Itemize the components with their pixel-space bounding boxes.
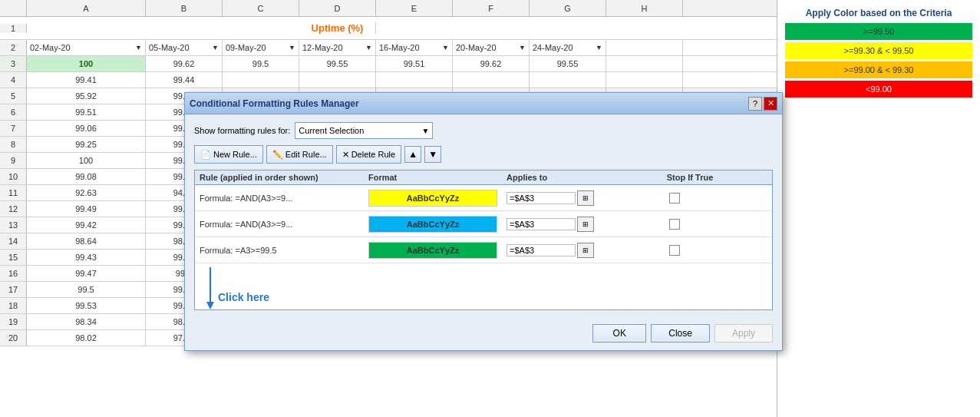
- row-num-2: 2: [0, 40, 27, 55]
- stop-checkbox-2[interactable]: [669, 219, 680, 230]
- cell-h3: [606, 56, 683, 71]
- apply-button[interactable]: Apply: [714, 324, 773, 343]
- format-preview-3: AaBbCcYyZz: [368, 242, 497, 259]
- rules-empty-area: Click here: [195, 263, 772, 309]
- move-down-button[interactable]: ▼: [424, 146, 441, 163]
- dialog-titlebar-buttons: ? ✕: [748, 97, 777, 111]
- col-header-c: C: [223, 0, 299, 16]
- edit-rule-button[interactable]: ✏️ Edit Rule...: [266, 145, 333, 164]
- rule-stop-3: [640, 243, 709, 258]
- rules-table-body: Formula: =AND(A3>=9... AaBbCcYyZz =$A$3 …: [195, 185, 772, 309]
- dropdown-value: Current Selection: [299, 126, 364, 135]
- cell-g2: 24-May-20 ▼: [530, 40, 606, 55]
- dialog-toolbar: 📄 New Rule... ✏️ Edit Rule... ✕ Delete R…: [194, 145, 773, 164]
- row-num-1: 1: [0, 24, 27, 33]
- cell-d3: 99.55: [299, 56, 376, 71]
- cell-d2: 12-May-20 ▼: [299, 40, 376, 55]
- col-header-b: B: [146, 0, 223, 16]
- click-here-arrow: [195, 263, 772, 309]
- color-row-orange: >=99.00 & < 99.30: [785, 61, 972, 78]
- delete-rule-button[interactable]: ✕ Delete Rule: [336, 145, 401, 164]
- ok-button[interactable]: OK: [592, 324, 646, 343]
- rule-format-2: AaBbCcYyZz: [364, 213, 502, 235]
- dialog-footer: OK Close Apply: [185, 318, 782, 350]
- new-rule-button[interactable]: 📄 New Rule...: [194, 145, 263, 164]
- color-row-yellow: >=99.30 & < 99.50: [785, 42, 972, 59]
- ref-button-2[interactable]: ⊞: [577, 217, 594, 232]
- close-button[interactable]: Close: [651, 324, 710, 343]
- format-preview-2: AaBbCcYyZz: [368, 216, 497, 233]
- stop-checkbox-1[interactable]: [669, 193, 680, 204]
- cell-c3: 99.5: [223, 56, 299, 71]
- cell-f3: 99.62: [453, 56, 530, 71]
- rule-format-1: AaBbCcYyZz: [364, 187, 502, 209]
- stop-checkbox-3[interactable]: [669, 245, 680, 256]
- new-rule-icon: 📄: [200, 150, 211, 160]
- rule-applies-2: =$A$3 ⊞: [502, 214, 640, 234]
- col-header-applies-to: Applies to: [502, 170, 655, 184]
- rule-stop-2: [640, 217, 709, 232]
- col-header-g: G: [530, 0, 606, 16]
- show-formatting-row: Show formatting rules for: Current Selec…: [194, 122, 773, 139]
- rules-table: Rule (applied in order shown) Format App…: [194, 170, 773, 310]
- move-up-button[interactable]: ▲: [404, 146, 421, 163]
- dialog-titlebar: Conditional Formatting Rules Manager ? ✕: [185, 93, 782, 114]
- cell-d1: Uptime (%): [299, 22, 376, 34]
- show-formatting-dropdown[interactable]: Current Selection ▼: [295, 122, 433, 139]
- svg-marker-1: [206, 302, 214, 309]
- rule-format-3: AaBbCcYyZz: [364, 240, 502, 261]
- rule-formula-1: Formula: =AND(A3>=9...: [195, 191, 364, 205]
- rule-formula-2: Formula: =AND(A3>=9...: [195, 217, 364, 231]
- cell-f2: 20-May-20 ▼: [453, 40, 530, 55]
- format-preview-1: AaBbCcYyZz: [368, 190, 497, 207]
- rule-row-3: Formula: =A3>=99.5 AaBbCcYyZz =$A$3 ⊞: [195, 237, 772, 263]
- col-header-a: A: [27, 0, 146, 16]
- cell-e3: 99.51: [376, 56, 453, 71]
- dropdown-arrow-icon: ▼: [421, 127, 429, 135]
- col-header-rule: Rule (applied in order shown): [195, 170, 364, 184]
- dialog-body: Show formatting rules for: Current Selec…: [185, 114, 782, 318]
- cell-a3: 100: [27, 56, 146, 71]
- right-panel: Apply Color based on the Criteria >=99.5…: [777, 0, 980, 417]
- col-header-h: H: [606, 0, 683, 16]
- rules-table-header: Rule (applied in order shown) Format App…: [195, 170, 772, 185]
- col-header-stop-if-true: Stop If True: [655, 170, 724, 184]
- ref-button-1[interactable]: ⊞: [577, 190, 594, 206]
- rule-stop-1: [640, 190, 709, 206]
- rule-applies-3: =$A$3 ⊞: [502, 240, 640, 260]
- applies-input-3[interactable]: =$A$3: [506, 244, 576, 256]
- cell-g3: 99.55: [530, 56, 606, 71]
- applies-input-2[interactable]: =$A$3: [506, 218, 576, 230]
- cell-b3: 99.62: [146, 56, 223, 71]
- applies-input-1[interactable]: =$A$3: [506, 192, 576, 204]
- ref-button-3[interactable]: ⊞: [577, 243, 594, 258]
- col-header-format: Format: [364, 170, 502, 184]
- cell-h2: [606, 40, 683, 55]
- col-header-num: [0, 0, 27, 16]
- click-here-text: Click here: [218, 291, 269, 303]
- cell-c2: 09-May-20 ▼: [223, 40, 299, 55]
- conditional-formatting-dialog: Conditional Formatting Rules Manager ? ✕…: [184, 92, 783, 351]
- delete-rule-label: Delete Rule: [351, 150, 395, 159]
- col-header-e: E: [376, 0, 453, 16]
- rule-applies-1: =$A$3 ⊞: [502, 188, 640, 208]
- show-label: Show formatting rules for:: [194, 126, 290, 135]
- new-rule-label: New Rule...: [213, 150, 257, 159]
- rule-formula-3: Formula: =A3>=99.5: [195, 243, 364, 257]
- rule-row-1: Formula: =AND(A3>=9... AaBbCcYyZz =$A$3 …: [195, 185, 772, 211]
- help-button[interactable]: ?: [748, 97, 762, 111]
- edit-rule-icon: ✏️: [272, 150, 283, 160]
- col-header-f: F: [453, 0, 530, 16]
- dialog-close-button[interactable]: ✕: [764, 97, 777, 111]
- rule-row-2: Formula: =AND(A3>=9... AaBbCcYyZz =$A$3 …: [195, 211, 772, 237]
- cell-a2: 02-May-20 ▼: [27, 40, 146, 55]
- color-row-green: >=99.50: [785, 23, 972, 40]
- delete-rule-icon: ✕: [342, 150, 349, 160]
- row-num-3: 3: [0, 56, 27, 71]
- panel-title: Apply Color based on the Criteria: [785, 8, 972, 18]
- color-row-red: <99.00: [785, 81, 972, 98]
- col-header-d: D: [299, 0, 376, 16]
- cell-e2: 16-May-20 ▼: [376, 40, 453, 55]
- spreadsheet: A B C D E F G H I 1 Uptime (%) 2 02-May-…: [0, 0, 980, 417]
- edit-rule-label: Edit Rule...: [285, 150, 327, 159]
